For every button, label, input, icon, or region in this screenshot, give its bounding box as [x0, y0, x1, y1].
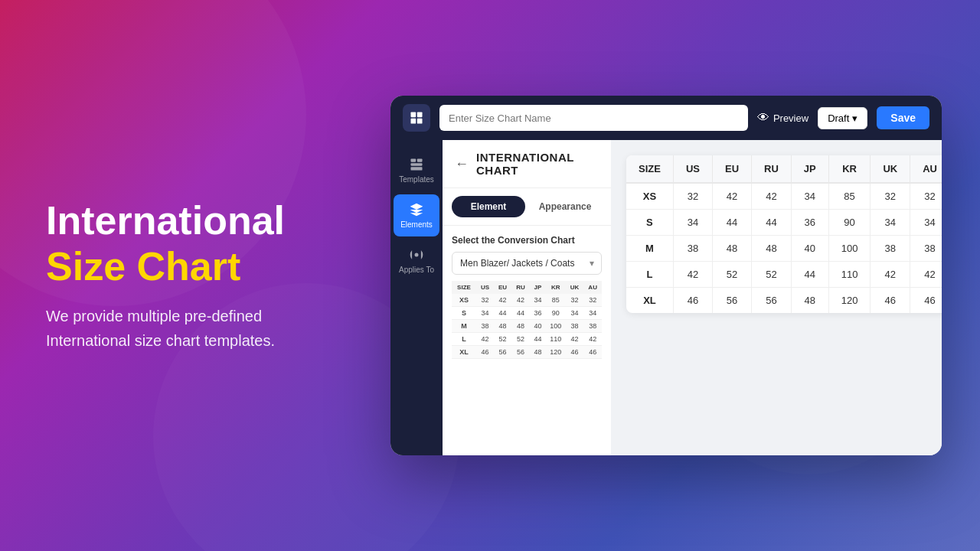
mini-table: SIZEUSEURUJPKRUKAU XS32424234853232S3444…	[452, 281, 602, 359]
sidebar-label-elements: Elements	[400, 220, 433, 229]
conversion-select[interactable]: Men Blazer/ Jackets / Coats	[452, 252, 602, 275]
table-cell: 85	[828, 183, 871, 210]
table-cell: 34	[673, 210, 712, 236]
draft-button[interactable]: Draft ▾	[818, 107, 867, 129]
mini-table-cell: 40	[530, 320, 546, 333]
table-cell: 32	[871, 183, 910, 210]
table-cell: 38	[910, 236, 942, 262]
table-cell: 48	[712, 236, 751, 262]
mini-table-cell: 52	[511, 333, 530, 346]
big-table-header-cell: UK	[871, 155, 910, 183]
mini-table-header-cell: EU	[494, 281, 511, 294]
heading-yellow: Size Chart	[46, 244, 337, 290]
mini-table-cell: 32	[566, 294, 584, 307]
chart-name-input[interactable]	[439, 105, 748, 131]
mini-table-cell: 34	[583, 307, 602, 320]
mini-table-cell: 52	[494, 333, 511, 346]
table-cell: XL	[626, 288, 673, 314]
tab-element[interactable]: Element	[452, 196, 525, 217]
mini-table-header-cell: RU	[511, 281, 530, 294]
table-cell: 36	[791, 210, 828, 236]
table-cell: 44	[752, 210, 792, 236]
mini-table-cell: 120	[546, 346, 566, 359]
table-cell: 100	[828, 236, 871, 262]
mini-table-cell: 32	[476, 294, 494, 307]
mini-table-cell: 42	[494, 294, 511, 307]
mini-table-cell: 32	[583, 294, 602, 307]
big-table-header-cell: AU	[910, 155, 942, 183]
table-cell: 44	[712, 210, 751, 236]
big-table-body: XS32424234853232S34444436903434M38484840…	[626, 183, 942, 313]
sidebar-label-templates: Templates	[399, 175, 434, 184]
sidebar-item-templates[interactable]: Templates	[394, 149, 439, 191]
sidebar-label-applies-to: Applies To	[399, 266, 434, 274]
conversion-select-wrapper[interactable]: Men Blazer/ Jackets / Coats	[452, 252, 602, 275]
mini-table-cell: XS	[452, 294, 476, 307]
table-cell: L	[626, 262, 673, 288]
sidebar-item-applies-to[interactable]: Applies To	[394, 240, 439, 282]
chevron-down-icon: ▾	[852, 112, 858, 124]
svg-rect-7	[411, 167, 423, 170]
mini-table-cell: 48	[494, 320, 511, 333]
table-cell: 46	[871, 288, 910, 314]
mini-table-cell: 38	[566, 320, 584, 333]
mini-table-cell: 42	[566, 333, 584, 346]
table-cell: S	[626, 210, 673, 236]
mini-table-cell: 34	[476, 307, 494, 320]
mini-table-cell: 44	[494, 307, 511, 320]
mini-table-cell: M	[452, 320, 476, 333]
table-cell: M	[626, 236, 673, 262]
mini-table-row: M384848401003838	[452, 320, 602, 333]
mini-table-header-row: SIZEUSEURUJPKRUKAU	[452, 281, 602, 294]
mini-table-cell: 42	[583, 333, 602, 346]
table-cell: 42	[871, 262, 910, 288]
mini-table-header-cell: KR	[546, 281, 566, 294]
big-table-header-cell: SIZE	[626, 155, 673, 183]
mini-table-cell: 46	[566, 346, 584, 359]
save-button[interactable]: Save	[877, 106, 929, 129]
table-cell: 42	[673, 262, 712, 288]
table-cell: 32	[910, 183, 942, 210]
mini-table-body: XS32424234853232S34444436903434M38484840…	[452, 294, 602, 359]
table-cell: 40	[791, 236, 828, 262]
svg-rect-0	[411, 112, 416, 118]
preview-area: SIZEUSEURUJPKRUKAU XS32424234853232S3444…	[611, 140, 942, 455]
tab-appearance[interactable]: Appearance	[528, 196, 602, 217]
app-window: 👁 Preview Draft ▾ Save Templates	[390, 96, 942, 455]
table-row: L425252441104242	[626, 262, 942, 288]
tab-bar: Element Appearance	[443, 188, 611, 226]
mini-table-cell: 85	[546, 294, 566, 307]
table-row: XS32424234853232	[626, 183, 942, 210]
table-cell: 32	[673, 183, 712, 210]
mini-table-cell: 48	[511, 320, 530, 333]
mini-table-cell: L	[452, 333, 476, 346]
conversion-value: Men Blazer/ Jackets / Coats	[460, 258, 574, 269]
mini-table-cell: 42	[476, 333, 494, 346]
mini-table-cell: 44	[530, 333, 546, 346]
back-button[interactable]: ←	[455, 156, 469, 172]
sidebar-item-elements[interactable]: Elements	[394, 194, 439, 236]
preview-button[interactable]: 👁 Preview	[757, 111, 808, 125]
mini-table-cell: 46	[476, 346, 494, 359]
conversion-label: Select the Conversion Chart	[452, 235, 602, 246]
mini-table-cell: 100	[546, 320, 566, 333]
mini-table-row: L425252441104242	[452, 333, 602, 346]
table-cell: 56	[752, 288, 792, 314]
table-cell: 44	[791, 262, 828, 288]
mini-table-header-cell: JP	[530, 281, 546, 294]
table-row: M384848401003838	[626, 236, 942, 262]
eye-icon: 👁	[757, 111, 769, 125]
mini-table-cell: XL	[452, 346, 476, 359]
svg-rect-2	[411, 119, 416, 124]
mini-table-cell: 42	[511, 294, 530, 307]
table-cell: 46	[673, 288, 712, 314]
mini-table-cell: S	[452, 307, 476, 320]
svg-rect-4	[411, 159, 416, 162]
mini-table-header-cell: UK	[566, 281, 584, 294]
description-text: We provide multiple pre-defined Internat…	[46, 304, 337, 353]
svg-rect-6	[411, 163, 423, 165]
table-row: XL465656481204646	[626, 288, 942, 314]
table-cell: 34	[910, 210, 942, 236]
table-cell: 56	[712, 288, 751, 314]
mini-table-cell: 44	[511, 307, 530, 320]
